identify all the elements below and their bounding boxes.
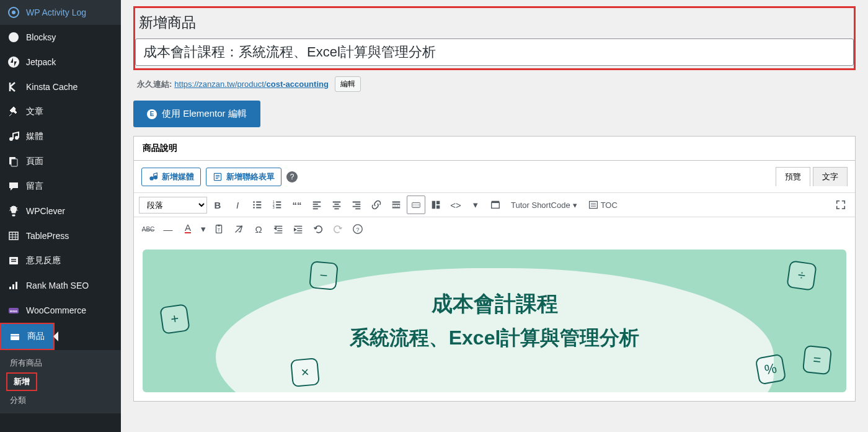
svg-rect-30 <box>218 225 220 227</box>
keyboard-button[interactable] <box>407 196 425 214</box>
undo-button[interactable] <box>309 220 327 238</box>
svg-point-17 <box>253 204 255 206</box>
multiply-decor-icon: × <box>290 358 320 387</box>
percent-decor-icon: % <box>755 354 787 385</box>
horizontal-rule-button[interactable]: — <box>159 220 177 238</box>
edit-permalink-button[interactable]: 編輯 <box>335 76 361 92</box>
bullet-list-button[interactable] <box>248 196 267 214</box>
media-buttons-row: 新增媒體 新增聯絡表單 ? 預覽 文字 <box>134 161 855 192</box>
menu-item-tablepress[interactable]: TablePress <box>0 223 121 248</box>
text-tab[interactable]: 文字 <box>813 167 848 186</box>
paste-text-button[interactable]: T <box>210 220 228 238</box>
jetpack-icon <box>7 56 20 68</box>
banner-title: 成本會計課程 <box>432 290 558 318</box>
permalink-url[interactable]: https://zanzan.tw/product/cost-accountin… <box>174 79 329 89</box>
menu-item-feedback[interactable]: 意見反應 <box>0 248 121 273</box>
menu-label: 媒體 <box>26 131 43 142</box>
redo-button[interactable] <box>329 220 347 238</box>
menu-item-rankmath[interactable]: Rank Math SEO <box>0 273 121 298</box>
divide-decor-icon: ÷ <box>786 260 817 291</box>
fullscreen-button[interactable] <box>831 196 850 214</box>
product-description-heading: 商品說明 <box>133 136 856 160</box>
media-icon <box>7 130 20 143</box>
edit-with-elementor-button[interactable]: E 使用 Elementor 編輯 <box>133 101 260 127</box>
blocksy-icon <box>7 31 20 43</box>
product-title-input[interactable] <box>135 38 854 66</box>
submenu-add-new[interactable]: 新增 <box>6 372 37 391</box>
strikethrough-button[interactable]: ABC <box>139 220 157 238</box>
svg-rect-8 <box>9 232 18 240</box>
editor-content[interactable]: + − × ÷ % = 成本會計課程 系統流程、Excel計算與管理分析 <box>134 241 855 401</box>
menu-item-kinsta[interactable]: Kinsta Cache <box>0 74 121 99</box>
menu-label: Blocksy <box>26 32 56 42</box>
tutor-shortcode-button[interactable]: Tutor ShortCode ▾ <box>506 198 582 212</box>
align-right-button[interactable] <box>347 196 366 214</box>
menu-label: 留言 <box>26 181 43 192</box>
link-button[interactable] <box>367 196 386 214</box>
page-title: 新增商品 <box>139 13 854 32</box>
add-contact-form-button[interactable]: 新增聯絡表單 <box>206 168 281 186</box>
svg-rect-25 <box>436 205 440 209</box>
permalink-label: 永久連結: <box>137 79 172 90</box>
kinsta-icon <box>7 81 20 93</box>
menu-label: Rank Math SEO <box>26 281 89 290</box>
menu-label: 商品 <box>27 331 45 342</box>
woocommerce-icon: woo <box>7 304 20 317</box>
insert-block-button[interactable] <box>486 196 505 214</box>
menu-item-wpclever[interactable]: WPClever <box>0 199 121 223</box>
align-center-button[interactable] <box>327 196 346 214</box>
add-media-button[interactable]: 新增媒體 <box>141 168 201 186</box>
visual-tab[interactable]: 預覽 <box>776 167 810 186</box>
menu-item-jetpack[interactable]: Jetpack <box>0 50 121 74</box>
elementor-icon: E <box>147 109 157 119</box>
menu-item-woocommerce[interactable]: woo WooCommerce <box>0 298 121 323</box>
align-left-button[interactable] <box>308 196 326 214</box>
editor-wrapper: 新增媒體 新增聯絡表單 ? 預覽 文字 段落 B I 123 ““ <box>133 160 856 402</box>
insert-more-button[interactable] <box>387 196 405 214</box>
help-icon[interactable]: ? <box>286 171 298 182</box>
italic-button[interactable]: I <box>228 196 247 214</box>
svg-text:3: 3 <box>273 205 275 209</box>
numbered-list-button[interactable]: 123 <box>268 196 286 214</box>
menu-item-wp-activity-log[interactable]: WP Activity Log <box>0 0 121 25</box>
menu-item-posts[interactable]: 文章 <box>0 99 121 124</box>
menu-label: 頁面 <box>26 156 43 167</box>
blockquote-button[interactable]: ““ <box>288 196 306 214</box>
submenu-categories[interactable]: 分類 <box>0 391 121 410</box>
toc-button[interactable]: TOC <box>583 197 622 212</box>
minus-decor-icon: − <box>309 261 339 290</box>
special-char-button[interactable]: Ω <box>249 220 268 238</box>
text-color-button[interactable]: A <box>179 220 197 238</box>
menu-label: 文章 <box>26 106 43 117</box>
svg-rect-7 <box>11 159 17 166</box>
code-button[interactable]: <> <box>446 196 465 214</box>
bold-button[interactable]: B <box>208 196 227 214</box>
banner-subtitle: 系統流程、Excel計算與管理分析 <box>350 325 640 352</box>
clear-formatting-button[interactable] <box>229 220 248 238</box>
outdent-button[interactable] <box>269 220 288 238</box>
menu-label: Kinsta Cache <box>26 82 78 92</box>
menu-item-comments[interactable]: 留言 <box>0 174 121 199</box>
pages-icon <box>7 155 20 168</box>
page-builder-button[interactable] <box>427 196 445 214</box>
svg-rect-9 <box>9 257 18 264</box>
menu-label: 意見反應 <box>26 255 61 266</box>
menu-item-media[interactable]: 媒體 <box>0 124 121 149</box>
indent-button[interactable] <box>289 220 308 238</box>
menu-item-pages[interactable]: 頁面 <box>0 149 121 174</box>
svg-point-18 <box>253 207 255 209</box>
pin-icon <box>7 106 20 118</box>
svg-rect-12 <box>11 334 19 340</box>
keyboard-help-button[interactable]: ? <box>348 220 367 238</box>
svg-point-16 <box>253 201 255 203</box>
camera-icon <box>148 172 158 182</box>
chevron-down-icon[interactable]: ▾ <box>466 196 485 214</box>
format-select[interactable]: 段落 <box>139 197 207 214</box>
submenu-all-products[interactable]: 所有商品 <box>0 354 121 372</box>
svg-point-13 <box>149 176 153 180</box>
text-color-chevron-icon[interactable]: ▾ <box>198 220 208 238</box>
menu-label: WooCommerce <box>26 305 86 315</box>
menu-item-products[interactable]: 商品 <box>0 323 55 350</box>
menu-item-blocksy[interactable]: Blocksy <box>0 25 121 50</box>
equals-decor-icon: = <box>802 345 832 375</box>
